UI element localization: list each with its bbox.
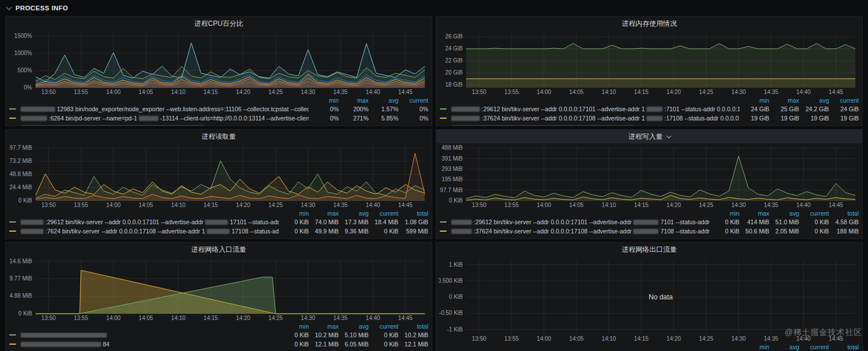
legend-stat-header[interactable]: avg [369,97,398,104]
legend-series-label[interactable]: :37624 bin/tikv-server --addr 0.0.0.0:17… [440,115,739,122]
legend-stat-value: 5.85% [369,115,398,122]
legend-stat-header[interactable]: max [309,323,339,330]
legend-series-label[interactable] [9,333,279,338]
svg-text:14:45: 14:45 [829,336,843,342]
panel-header[interactable]: 进程CPU百分比 [6,17,432,30]
legend-series-label[interactable] [440,125,859,126]
legend-stat-header[interactable]: max [309,210,339,217]
legend-series-label[interactable]: 84 [9,341,279,348]
legend-stat-header[interactable]: min [739,344,769,350]
svg-text:13:55: 13:55 [505,89,519,95]
svg-text:14:45: 14:45 [829,202,843,208]
legend-stat-header[interactable]: min [279,210,309,217]
svg-text:14:30: 14:30 [301,202,315,208]
legend-stat-value: 18.4 MiB [369,219,398,225]
svg-text:14:00: 14:00 [537,89,551,95]
legend-stat-header[interactable]: current [829,97,859,104]
panel-header[interactable]: 进程写入量 [436,130,862,143]
svg-text:18 GiB: 18 GiB [445,81,463,88]
series-dash-icon [440,118,447,119]
legend-text: 17101 --status-addr 0.0.0.0:1810... [230,219,279,225]
legend-text: :37624 bin/tikv-server --addr 0.0.0.0:17… [482,115,645,122]
legend-stat-header[interactable]: min [739,97,769,104]
network-out-chart[interactable]: -1 KiB-0.50 KiB0 KiB0.500 KiB1 KiB13:501… [439,256,860,342]
svg-text:14:35: 14:35 [764,89,778,95]
legend-stat-header[interactable]: total [398,323,428,330]
legend-stat-value: 25 GiB [769,106,799,112]
legend-stat-value: 0 KiB [279,228,309,235]
legend-series-label[interactable]: 12983 bin/node_exporter/node_exporter --… [9,106,309,112]
legend-stat-value: 19 GiB [799,115,829,122]
legend-stat-header[interactable]: avg [339,210,369,217]
svg-text:14:40: 14:40 [796,202,811,208]
legend-stat-header[interactable]: max [769,97,799,104]
legend-stat-header[interactable]: avg [769,210,799,217]
series-dash-icon [440,108,447,110]
legend-text: 17108 --status-addr 0.0.0.0:1810... [231,228,279,235]
network-in-chart[interactable]: 0 KiB4.88 MiB9.77 MiB14.6 MiB13:5013:551… [8,256,429,322]
legend-series-label[interactable]: :6264 bin/pd-server --name=pd-1-13114 --… [9,115,309,122]
legend-row: 12983 bin/node_exporter/node_exporter --… [9,104,428,114]
cpu-percent-chart[interactable]: 0%500%1000%1500%13:5013:5514:0014:0514:1… [8,30,429,96]
series-dash-icon [9,334,16,336]
redacted-text [633,220,658,225]
legend-stat-value: 24 GiB [829,106,859,112]
legend-series-label[interactable]: :29612 bin/tikv-server --addr 0.0.0.0:17… [9,219,279,225]
legend-header-row: minmaxavgcurrenttotal [9,322,428,330]
svg-text:14:45: 14:45 [398,89,413,95]
panel-header[interactable]: 进程网络入口流量 [6,243,432,256]
svg-text:14:30: 14:30 [301,89,315,95]
legend-stat-header[interactable]: current [799,210,829,217]
svg-text:14:40: 14:40 [366,202,380,208]
legend-stat-value: 0 KiB [369,332,398,338]
legend-series-label[interactable]: :7624 bin/tikv-server --addr 0.0.0.0:171… [9,228,279,235]
panel-title: 进程网络出口流量 [622,245,677,255]
grafana-dashboard: PROCESS INFO 进程CPU百分比 0%500%1000%1500%13… [0,0,868,351]
legend-stat-header[interactable]: current [369,210,398,217]
legend-stat-header[interactable]: avg [339,323,369,330]
panel-header[interactable]: 进程网络出口流量 [436,243,862,256]
svg-text:14:00: 14:00 [106,315,121,321]
legend-stat-header[interactable]: min [309,97,339,104]
legend-stat-value: 0 KiB [710,219,739,225]
legend-stat-header[interactable]: avg [799,97,829,104]
legend-stat-header[interactable]: total [398,210,428,217]
legend-stat-header[interactable]: avg [769,344,799,350]
legend-text: :29612 bin/tikv-server --addr 0.0.0.0:17… [482,106,645,112]
panel-header[interactable]: 进程读取量 [6,130,432,143]
legend-stat-header[interactable]: total [829,344,859,350]
legend-stat-value: 10.2 MiB [309,332,339,338]
legend-stat-header[interactable]: max [739,210,769,217]
panel-title: 进程CPU百分比 [194,19,243,29]
svg-text:13:55: 13:55 [505,202,519,208]
svg-text:14:40: 14:40 [366,89,380,95]
legend-row [9,123,428,126]
legend-series-label[interactable]: :29612 bin/tikv-server --addr 0.0.0.0:17… [440,219,710,225]
panel-header[interactable]: 进程内存使用情况 [436,17,862,30]
series-dash-icon [440,231,447,232]
redacted-text [205,220,228,225]
legend-stat-header[interactable]: total [829,210,859,217]
legend-stat-value: 24 GiB [739,106,769,112]
svg-text:14:35: 14:35 [764,336,778,342]
legend-stat-header[interactable]: current [398,97,428,104]
memory-usage-chart[interactable]: 18 GiB20 GiB22 GiB24 GiB26 GiB13:5013:55… [439,30,860,96]
legend-stat-header[interactable]: current [369,323,398,330]
write-volume-chart[interactable]: 0 KiB97.7 MiB195 MiB293 MiB391 MiB488 Mi… [439,143,860,209]
legend-series-label[interactable]: :37624 bin/tikv-server --addr 0.0.0.0:17… [440,228,710,235]
svg-text:14:05: 14:05 [569,89,584,95]
legend-stat-header[interactable]: max [339,97,369,104]
svg-text:0 KiB: 0 KiB [18,197,32,204]
svg-text:13:50: 13:50 [41,315,56,321]
legend-stat-value: 414 MiB [739,219,769,225]
legend-stat-header[interactable]: current [799,344,829,350]
section-header-process-info[interactable]: PROCESS INFO [0,0,868,16]
network-out-legend: minavgcurrenttotal [436,342,862,351]
legend-series-label[interactable] [9,125,428,126]
read-volume-chart[interactable]: 0 KiB24.4 MiB48.8 MiB73.2 MiB97.7 MiB13:… [8,143,429,209]
legend-stat-value: 9.36 MiB [339,228,369,235]
redacted-text [21,125,204,126]
legend-series-label[interactable]: :29612 bin/tikv-server --addr 0.0.0.0:17… [440,106,739,112]
legend-stat-header[interactable]: min [279,323,309,330]
legend-stat-header[interactable]: min [710,210,739,217]
